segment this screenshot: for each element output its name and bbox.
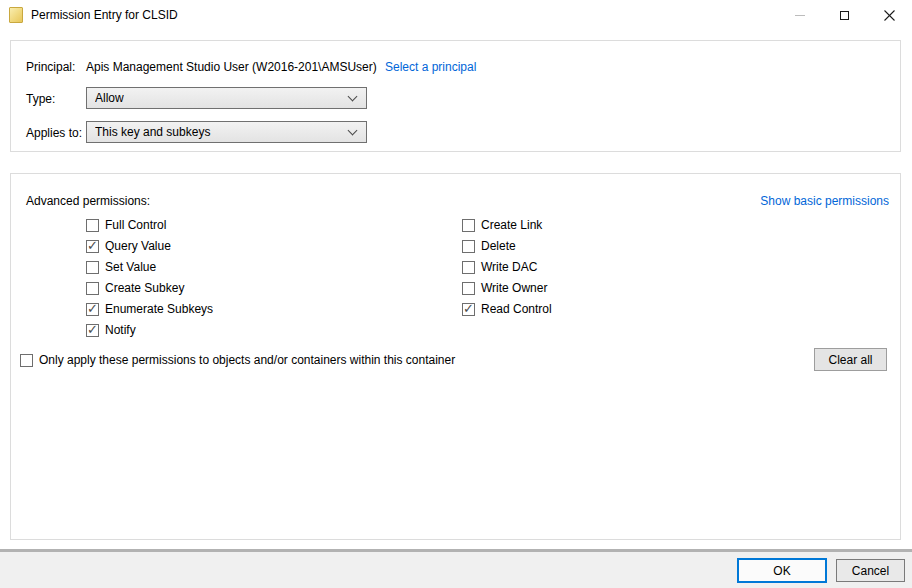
permission-label: Read Control <box>481 302 552 316</box>
permissions-column-left: Full Control Query Value Set Value Creat… <box>86 217 213 343</box>
permission-checkbox-row[interactable]: Set Value <box>86 259 213 275</box>
permission-checkbox-row[interactable]: Delete <box>462 238 552 254</box>
permission-checkbox-row[interactable]: Enumerate Subkeys <box>86 301 213 317</box>
advanced-permissions-header: Advanced permissions: <box>26 194 150 208</box>
window-controls <box>777 0 912 30</box>
permission-checkbox-row[interactable]: Create Link <box>462 217 552 233</box>
maximize-button[interactable] <box>822 0 867 30</box>
ok-button[interactable]: OK <box>737 558 827 583</box>
chevron-down-icon <box>348 91 358 101</box>
permission-checkbox-row[interactable]: Write Owner <box>462 280 552 296</box>
checkbox-icon[interactable] <box>86 261 99 274</box>
permission-entry-dialog: Permission Entry for CLSID Principal: Ap… <box>0 0 912 588</box>
applies-to-label: Applies to: <box>26 126 82 140</box>
permissions-column-right: Create Link Delete Write DAC Write Owner <box>462 217 552 322</box>
applies-to-select[interactable]: This key and subkeys <box>86 121 367 143</box>
checkbox-icon[interactable] <box>86 303 99 316</box>
permission-checkbox-row[interactable]: Full Control <box>86 217 213 233</box>
type-label: Type: <box>26 92 55 106</box>
window-title: Permission Entry for CLSID <box>31 8 178 22</box>
permission-label: Notify <box>105 323 136 337</box>
cancel-button[interactable]: Cancel <box>836 559 905 582</box>
permission-label: Create Link <box>481 218 542 232</box>
minimize-icon <box>795 15 805 16</box>
show-basic-permissions-link[interactable]: Show basic permissions <box>760 194 889 208</box>
checkbox-icon[interactable] <box>462 240 475 253</box>
principal-panel: Principal: Apis Management Studio User (… <box>10 40 901 152</box>
only-apply-checkbox-row[interactable]: Only apply these permissions to objects … <box>20 352 455 368</box>
permission-checkbox-row[interactable]: Create Subkey <box>86 280 213 296</box>
permission-label: Enumerate Subkeys <box>105 302 213 316</box>
registry-key-icon <box>9 7 23 23</box>
checkbox-icon[interactable] <box>86 324 99 337</box>
type-selected-value: Allow <box>95 91 349 105</box>
permission-checkbox-row[interactable]: Read Control <box>462 301 552 317</box>
checkbox-icon[interactable] <box>462 282 475 295</box>
checkbox-icon[interactable] <box>86 282 99 295</box>
permission-checkbox-row[interactable]: Write DAC <box>462 259 552 275</box>
checkbox-icon[interactable] <box>462 261 475 274</box>
select-principal-link[interactable]: Select a principal <box>385 60 476 74</box>
title-bar: Permission Entry for CLSID <box>0 0 912 30</box>
minimize-button <box>777 0 822 30</box>
permission-label: Delete <box>481 239 516 253</box>
checkbox-icon[interactable] <box>20 354 33 367</box>
principal-label: Principal: <box>26 60 75 74</box>
checkbox-icon[interactable] <box>86 219 99 232</box>
close-button[interactable] <box>867 0 912 30</box>
checkbox-icon[interactable] <box>86 240 99 253</box>
clear-all-button[interactable]: Clear all <box>814 348 887 371</box>
permission-label: Write DAC <box>481 260 537 274</box>
checkbox-icon[interactable] <box>462 219 475 232</box>
permission-checkbox-row[interactable]: Query Value <box>86 238 213 254</box>
permission-label: Create Subkey <box>105 281 184 295</box>
only-apply-label: Only apply these permissions to objects … <box>39 353 455 367</box>
type-select[interactable]: Allow <box>86 87 367 109</box>
permission-label: Write Owner <box>481 281 547 295</box>
permission-label: Set Value <box>105 260 156 274</box>
close-icon <box>884 10 895 21</box>
permission-label: Query Value <box>105 239 171 253</box>
principal-value: Apis Management Studio User (W2016-201\A… <box>86 60 377 74</box>
permission-checkbox-row[interactable]: Notify <box>86 322 213 338</box>
maximize-icon <box>840 11 849 20</box>
checkbox-icon[interactable] <box>462 303 475 316</box>
permission-label: Full Control <box>105 218 166 232</box>
chevron-down-icon <box>348 125 358 135</box>
applies-to-selected-value: This key and subkeys <box>95 125 349 139</box>
